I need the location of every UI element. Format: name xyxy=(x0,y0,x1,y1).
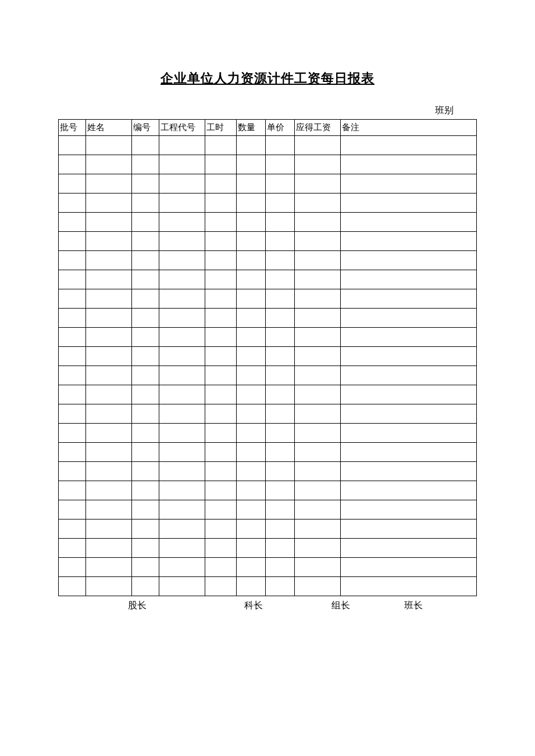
table-cell xyxy=(205,577,236,596)
table-cell xyxy=(265,424,294,443)
table-cell xyxy=(85,577,131,596)
table-cell xyxy=(159,213,205,232)
table-cell xyxy=(205,385,236,404)
table-cell xyxy=(295,174,341,194)
table-cell xyxy=(236,289,265,309)
table-cell xyxy=(341,481,477,500)
table-cell xyxy=(341,270,477,289)
table-cell xyxy=(205,289,236,309)
table-cell xyxy=(59,481,86,500)
table-cell xyxy=(131,577,159,596)
table-row xyxy=(59,404,477,424)
table-cell xyxy=(131,232,159,251)
header-unit-price: 单价 xyxy=(265,120,294,136)
table-cell xyxy=(59,213,86,232)
table-cell xyxy=(159,347,205,366)
page-title: 企业单位人力资源计件工资每日报表 xyxy=(58,70,477,87)
table-cell xyxy=(295,270,341,289)
table-cell xyxy=(159,404,205,424)
table-cell xyxy=(341,577,477,596)
table-cell xyxy=(85,462,131,481)
table-cell xyxy=(236,194,265,213)
table-row xyxy=(59,232,477,251)
table-cell xyxy=(341,232,477,251)
table-cell xyxy=(265,251,294,270)
table-row xyxy=(59,270,477,289)
table-cell xyxy=(236,385,265,404)
table-cell xyxy=(85,270,131,289)
table-cell xyxy=(341,194,477,213)
table-cell xyxy=(85,213,131,232)
table-cell xyxy=(131,539,159,558)
header-remark: 备注 xyxy=(341,120,477,136)
table-cell xyxy=(85,539,131,558)
table-cell xyxy=(205,136,236,155)
header-quantity: 数量 xyxy=(236,120,265,136)
table-cell xyxy=(236,500,265,519)
table-cell xyxy=(341,155,477,174)
table-cell xyxy=(205,213,236,232)
table-cell xyxy=(295,443,341,462)
table-cell xyxy=(205,558,236,577)
table-cell xyxy=(295,213,341,232)
table-cell xyxy=(85,347,131,366)
header-hours: 工时 xyxy=(205,120,236,136)
table-cell xyxy=(85,289,131,309)
table-cell xyxy=(295,577,341,596)
table-cell xyxy=(265,194,294,213)
table-cell xyxy=(236,232,265,251)
table-cell xyxy=(59,558,86,577)
table-cell xyxy=(159,385,205,404)
table-cell xyxy=(59,155,86,174)
table-cell xyxy=(205,404,236,424)
table-cell xyxy=(159,366,205,385)
table-cell xyxy=(341,519,477,539)
table-cell xyxy=(131,347,159,366)
table-cell xyxy=(59,404,86,424)
table-cell xyxy=(236,155,265,174)
table-cell xyxy=(295,462,341,481)
table-cell xyxy=(131,404,159,424)
table-cell xyxy=(159,328,205,347)
table-cell xyxy=(265,289,294,309)
table-cell xyxy=(205,424,236,443)
table-cell xyxy=(205,251,236,270)
table-cell xyxy=(205,539,236,558)
table-cell xyxy=(205,194,236,213)
table-cell xyxy=(159,519,205,539)
table-row xyxy=(59,481,477,500)
table-cell xyxy=(236,270,265,289)
table-cell xyxy=(341,424,477,443)
table-cell xyxy=(85,155,131,174)
table-row xyxy=(59,366,477,385)
table-cell xyxy=(85,500,131,519)
table-cell xyxy=(265,404,294,424)
table-cell xyxy=(159,462,205,481)
table-cell xyxy=(341,328,477,347)
table-cell xyxy=(85,309,131,328)
table-cell xyxy=(341,309,477,328)
table-cell xyxy=(295,366,341,385)
table-cell xyxy=(85,481,131,500)
table-cell xyxy=(205,309,236,328)
table-cell xyxy=(59,500,86,519)
table-cell xyxy=(236,136,265,155)
table-cell xyxy=(131,270,159,289)
table-row xyxy=(59,500,477,519)
table-cell xyxy=(205,232,236,251)
table-cell xyxy=(341,462,477,481)
table-cell xyxy=(85,443,131,462)
table-cell xyxy=(341,347,477,366)
table-cell xyxy=(205,500,236,519)
table-cell xyxy=(295,558,341,577)
table-cell xyxy=(131,366,159,385)
table-cell xyxy=(85,174,131,194)
table-cell xyxy=(85,558,131,577)
table-row xyxy=(59,385,477,404)
table-cell xyxy=(205,519,236,539)
table-cell xyxy=(341,404,477,424)
table-row xyxy=(59,558,477,577)
table-row xyxy=(59,539,477,558)
table-cell xyxy=(236,251,265,270)
table-cell xyxy=(295,328,341,347)
